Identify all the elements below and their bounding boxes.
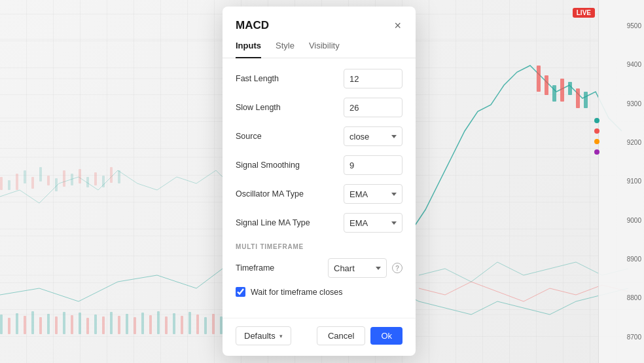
svg-rect-57 [204,317,207,334]
price-axis: 9500 9400 9300 9200 9100 9000 8900 8800 … [598,0,644,363]
svg-rect-10 [552,85,556,102]
svg-rect-8 [537,66,541,92]
svg-rect-34 [24,316,26,334]
svg-rect-25 [79,169,81,183]
oscillator-ma-type-select[interactable]: EMA SMA RMA WMA [344,184,402,204]
svg-rect-35 [31,311,34,334]
svg-rect-54 [181,316,183,334]
indicator-dot-purple [594,149,599,155]
oscillator-ma-type-label: Oscillator MA Type [236,189,344,199]
timeframe-label: Timeframe [236,263,328,273]
help-icon[interactable]: ? [392,263,402,273]
tab-style[interactable]: Style [276,41,295,58]
dialog-footer: Defaults ▾ Cancel Ok [223,318,416,356]
fast-length-input[interactable] [344,69,402,88]
timeframe-select[interactable]: Chart 1 5 15 30 60 D W [328,258,387,278]
price-tick: 9000 [601,217,641,224]
wait-for-close-label[interactable]: Wait for timeframe closes [251,288,343,297]
defaults-button[interactable]: Defaults ▾ [236,326,291,345]
signal-smoothing-control [344,155,402,175]
svg-rect-31 [0,315,3,334]
svg-rect-23 [63,170,65,187]
tab-visibility[interactable]: Visibility [309,41,340,58]
svg-rect-32 [8,318,10,334]
slow-length-input[interactable] [344,98,402,117]
dialog-header: MACD × [223,7,416,33]
source-control: close open high low hl2 hlc3 ohlc4 [344,126,402,146]
svg-rect-14 [584,92,588,108]
price-tick: 9400 [601,61,641,68]
tab-inputs[interactable]: Inputs [236,41,261,58]
svg-rect-46 [118,316,120,334]
svg-rect-53 [173,313,175,334]
source-row: Source close open high low hl2 hlc3 ohlc… [236,126,402,146]
chevron-down-icon: ▾ [279,333,283,339]
svg-rect-15 [0,177,3,190]
svg-rect-27 [94,172,97,185]
slow-length-row: Slow Length [236,98,402,117]
price-tick: 9300 [601,100,641,107]
slow-length-label: Slow Length [236,103,344,112]
fast-length-control [344,69,402,88]
svg-rect-13 [576,88,580,108]
svg-rect-18 [24,170,26,183]
ok-button[interactable]: Ok [370,327,402,345]
svg-rect-44 [102,316,105,334]
signal-line-ma-type-select[interactable]: EMA SMA RMA WMA [344,213,402,233]
svg-rect-30 [118,170,120,183]
svg-rect-52 [165,316,168,334]
price-tick: 8800 [601,294,641,301]
signal-smoothing-row: Signal Smoothing [236,155,402,175]
signal-line-ma-type-label: Signal Line MA Type [236,218,344,227]
svg-rect-51 [157,311,160,334]
signal-line-ma-type-row: Signal Line MA Type EMA SMA RMA WMA [236,213,402,233]
svg-rect-20 [39,167,42,182]
source-select[interactable]: close open high low hl2 hlc3 ohlc4 [344,126,402,146]
svg-rect-56 [196,315,199,334]
fast-length-row: Fast Length [236,69,402,88]
price-tick: 9500 [601,22,641,29]
indicator-dot-teal [594,118,599,123]
price-tick: 8900 [601,256,641,263]
svg-rect-55 [188,312,191,334]
svg-rect-37 [47,314,50,334]
close-button[interactable]: × [393,18,402,33]
timeframe-row: Timeframe Chart 1 5 15 30 60 D W ? [236,258,402,278]
svg-rect-42 [86,318,89,334]
oscillator-ma-type-row: Oscillator MA Type EMA SMA RMA WMA [236,184,402,204]
svg-rect-11 [560,79,564,102]
svg-rect-39 [63,312,65,334]
svg-rect-43 [94,315,97,334]
price-tick: 8700 [601,334,641,341]
defaults-label: Defaults [244,331,276,341]
dialog-tabs: Inputs Style Visibility [223,33,416,58]
svg-rect-9 [545,75,548,95]
svg-rect-26 [86,177,89,187]
footer-actions: Cancel Ok [317,326,402,345]
dialog-title: MACD [236,19,269,32]
signal-smoothing-input[interactable] [344,155,402,175]
svg-rect-45 [110,312,113,334]
wait-for-close-row: Wait for timeframe closes [236,287,402,297]
svg-rect-50 [149,315,152,334]
svg-rect-58 [212,314,215,334]
svg-rect-16 [8,180,10,190]
cancel-button[interactable]: Cancel [317,326,365,345]
svg-rect-12 [568,82,572,95]
svg-rect-28 [102,176,105,187]
slow-length-control [344,98,402,117]
side-indicators [594,118,599,155]
svg-rect-41 [79,313,81,334]
svg-rect-49 [141,313,144,334]
svg-rect-33 [16,313,18,334]
svg-rect-24 [71,174,73,185]
wait-for-close-checkbox[interactable] [236,287,245,297]
indicator-dot-red [594,128,599,134]
svg-rect-21 [47,176,50,185]
macd-dialog: MACD × Inputs Style Visibility Fast Leng… [223,7,416,356]
price-tick: 9200 [601,139,641,146]
svg-rect-19 [31,177,34,189]
multi-timeframe-section-label: MULTI TIMEFRAME [236,243,402,250]
signal-line-ma-type-control: EMA SMA RMA WMA [344,213,402,233]
fast-length-label: Fast Length [236,74,344,83]
